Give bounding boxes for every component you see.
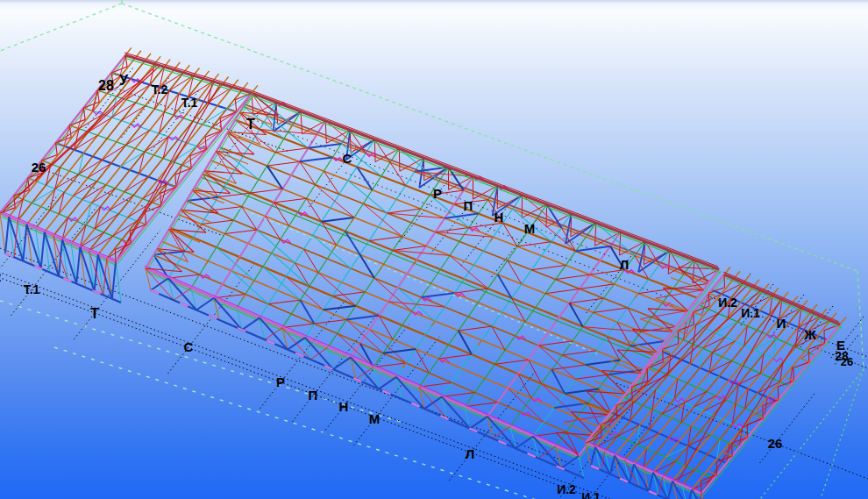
axis-label-п: П (464, 198, 473, 213)
axis-label-м: М (524, 221, 536, 236)
axis-label-т: Т (90, 306, 99, 321)
axis-label-и.2: И.2 (718, 296, 737, 310)
axis-label-26: 26 (841, 355, 853, 368)
axis-label-л: Л (466, 446, 475, 461)
axis-label-т.1: Т.1 (24, 282, 40, 296)
axis-label-м: М (369, 411, 381, 426)
axis-label-и: И (777, 316, 786, 331)
axis-label-р: Р (276, 374, 285, 389)
axis-label-т.2: Т.2 (152, 82, 168, 96)
axis-label-у: У (119, 73, 129, 88)
axis-label-и.1: И.1 (581, 490, 601, 499)
axis-label-26: 26 (768, 436, 783, 451)
axis-label-т: Т (246, 117, 255, 132)
axis-label-т.2: Т.2 (0, 270, 2, 284)
section-right-wing (585, 267, 846, 499)
axis-label-т.1: Т.1 (181, 96, 198, 110)
axis-label-н: Н (494, 210, 504, 225)
axis-label-и.1: И.1 (741, 306, 760, 320)
axis-label-ж: Ж (803, 327, 816, 342)
axis-label-и.2: И.2 (557, 482, 576, 496)
axis-label-28: 28 (98, 78, 114, 93)
axis-label-с: С (343, 151, 352, 166)
section-main-building (145, 90, 721, 478)
axis-ground-dotted-lines (0, 87, 868, 499)
axis-labels: У28Т.2Т.1ТСРПНМЛ26И.2И.1ИЖЕ282626Т.2Т.1Т… (0, 73, 853, 499)
axis-label-н: Н (339, 399, 349, 414)
axis-label-р: Р (433, 186, 442, 201)
axis-label-л: Л (620, 257, 630, 272)
axis-label-26: 26 (32, 160, 46, 175)
axis-label-п: П (309, 388, 318, 403)
cad-3d-viewport[interactable]: У28Т.2Т.1ТСРПНМЛ26И.2И.1ИЖЕ282626Т.2Т.1Т… (0, 0, 868, 499)
axis-label-с: С (184, 339, 194, 354)
model-wireframe-scene[interactable]: У28Т.2Т.1ТСРПНМЛ26И.2И.1ИЖЕ282626Т.2Т.1Т… (0, 0, 868, 499)
section-left-wing (0, 47, 258, 303)
